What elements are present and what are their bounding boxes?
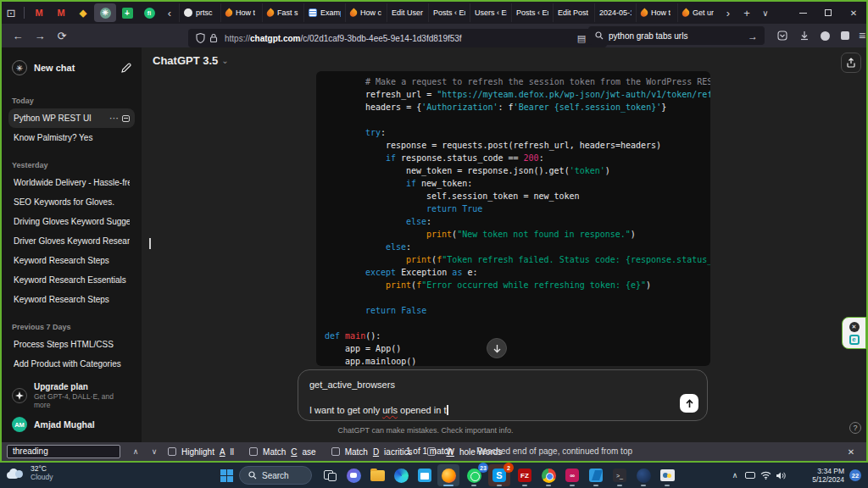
pinned-tab[interactable] <box>116 3 138 22</box>
downloads-icon[interactable] <box>793 26 815 45</box>
weather-widget[interactable]: 32°C Cloudy <box>7 465 53 481</box>
chat-history-item[interactable]: Add Product with Categories <box>8 354 135 374</box>
pinned-tab[interactable] <box>28 3 50 22</box>
tray-overflow-icon[interactable] <box>727 463 743 488</box>
new-chat-pencil-icon[interactable] <box>120 63 131 74</box>
flyout-extension-icon[interactable] <box>849 335 860 345</box>
minimize-button[interactable] <box>790 3 815 23</box>
chat-history-item[interactable]: Know Palmistry? Yes <box>8 128 135 147</box>
forward-button[interactable] <box>29 26 51 45</box>
flyout-close-icon[interactable] <box>849 322 860 332</box>
checkbox[interactable] <box>249 447 258 456</box>
find-next-icon[interactable] <box>146 442 163 461</box>
find-close-icon[interactable] <box>843 442 860 461</box>
search-bar[interactable]: python grab tabs urls <box>588 26 765 45</box>
find-option-checkbox[interactable]: Match Diacritics <box>331 447 413 457</box>
start-button[interactable] <box>215 464 237 486</box>
model-selector[interactable]: ChatGPT 3.5 ⌄ <box>153 54 229 67</box>
close-button[interactable] <box>841 3 866 23</box>
chat-history-item[interactable]: Driving Gloves Keyword Suggestions <box>8 212 135 231</box>
scroll-to-bottom-button[interactable] <box>487 338 507 358</box>
vscode-button[interactable] <box>585 464 607 486</box>
checkbox[interactable] <box>331 447 340 456</box>
edge-button[interactable] <box>390 464 412 486</box>
find-option-checkbox[interactable]: Match Case <box>249 447 316 457</box>
user-menu[interactable]: AM Amjad Mughal <box>7 412 136 437</box>
help-button[interactable]: ? <box>849 422 861 434</box>
file-explorer-button[interactable] <box>366 464 388 486</box>
reload-button[interactable] <box>51 26 73 45</box>
archive-icon[interactable] <box>122 115 130 122</box>
browser-tab[interactable]: Posts ‹ Em <box>428 3 470 22</box>
chat-history-item[interactable]: Python WP REST UI <box>8 108 135 128</box>
more-options-icon[interactable] <box>106 113 122 124</box>
adblock-icon[interactable] <box>814 26 836 45</box>
filezilla-button[interactable] <box>514 464 536 486</box>
browser-tab[interactable]: Posts ‹ Em <box>511 3 553 22</box>
list-all-tabs-icon[interactable] <box>756 4 775 21</box>
device-icon[interactable] <box>743 463 758 488</box>
thunderbird-button[interactable] <box>632 464 654 486</box>
whatsapp-button[interactable]: 23 <box>463 464 485 486</box>
chat-history-item[interactable]: SEO Keywords for Gloves. <box>8 192 135 212</box>
media-app-button[interactable] <box>561 464 583 486</box>
python-app-button[interactable] <box>656 464 678 486</box>
new-tab-button[interactable] <box>737 4 756 21</box>
chat-history-item[interactable]: Worldwide Delivery - Hassle-free! <box>8 173 135 192</box>
tracking-shield-icon[interactable] <box>193 31 207 45</box>
chat-history-item[interactable]: Keyword Research Steps <box>8 251 135 270</box>
find-option-checkbox[interactable]: Highlight All <box>168 447 234 457</box>
maximize-button[interactable] <box>815 3 841 23</box>
browser-tab[interactable]: Fast s <box>262 3 303 22</box>
browser-tab[interactable]: Users ‹ Em <box>470 3 511 22</box>
browser-tab[interactable]: Edit Post <box>553 3 594 22</box>
chat-app-button[interactable] <box>342 464 364 486</box>
pinned-tab[interactable] <box>94 3 116 22</box>
back-button[interactable] <box>7 26 29 45</box>
taskbar-search[interactable]: Search <box>239 466 312 485</box>
browser-tab[interactable]: Edit User A <box>387 3 428 22</box>
clock[interactable]: 3:34 PM 5/12/2024 <box>792 467 844 484</box>
chat-history-item[interactable]: Keyword Research Steps <box>8 290 135 309</box>
pinned-tab[interactable] <box>72 3 94 22</box>
find-previous-icon[interactable] <box>127 442 144 461</box>
message-input[interactable]: get_active_browsers I want to get only u… <box>298 369 708 421</box>
wifi-icon[interactable] <box>758 463 773 488</box>
browser-tab[interactable]: How t <box>636 3 677 22</box>
pinned-tab[interactable] <box>50 3 72 22</box>
scroll-tabs-right-icon[interactable] <box>719 4 737 21</box>
pinned-tab[interactable] <box>138 3 160 22</box>
scroll-tabs-left-icon[interactable] <box>160 4 179 21</box>
browser-tab[interactable]: Examp <box>303 3 345 22</box>
reader-mode-icon[interactable] <box>575 31 588 45</box>
browser-tab[interactable]: 2024-05-1 <box>594 3 636 22</box>
pocket-icon[interactable] <box>771 26 793 45</box>
browser-tab[interactable]: Get ur <box>677 3 719 22</box>
find-input[interactable]: threading <box>7 445 120 458</box>
new-chat-button[interactable]: New chat <box>7 53 136 83</box>
skype-button[interactable]: 2 <box>488 464 510 486</box>
firefox-button[interactable] <box>437 464 459 486</box>
volume-icon[interactable] <box>773 463 788 488</box>
search-go-icon[interactable] <box>748 28 758 43</box>
url-bar[interactable]: https://chatgpt.com/c/02d1caf9-3bdb-4ee5… <box>188 29 607 47</box>
upgrade-plan-button[interactable]: Upgrade plan Get GPT-4, DALL·E, and more <box>7 381 136 410</box>
chat-history-item[interactable]: Process Steps HTML/CSS <box>8 335 135 354</box>
task-view-button[interactable] <box>319 464 341 486</box>
send-button[interactable] <box>680 394 698 413</box>
store-button[interactable] <box>414 464 436 486</box>
menu-hamburger-icon[interactable] <box>851 26 868 45</box>
share-button[interactable] <box>841 53 861 73</box>
checkbox[interactable] <box>168 447 176 456</box>
notification-badge[interactable]: 22 <box>849 469 861 481</box>
browser-tab[interactable]: How t <box>220 3 262 22</box>
firefox-view-icon[interactable] <box>2 4 20 21</box>
chat-history-item[interactable]: Keyword Research Essentials <box>8 270 135 290</box>
browser-tab[interactable]: prtsc <box>179 3 220 22</box>
lock-icon[interactable] <box>207 31 220 45</box>
chat-history-item[interactable]: Driver Gloves Keyword Research <box>8 231 135 251</box>
code-block[interactable]: # Make a request to refresh the session … <box>316 71 710 366</box>
chrome-button[interactable] <box>537 464 559 486</box>
browser-tab[interactable]: How c <box>345 3 387 22</box>
terminal-button[interactable] <box>609 464 631 486</box>
